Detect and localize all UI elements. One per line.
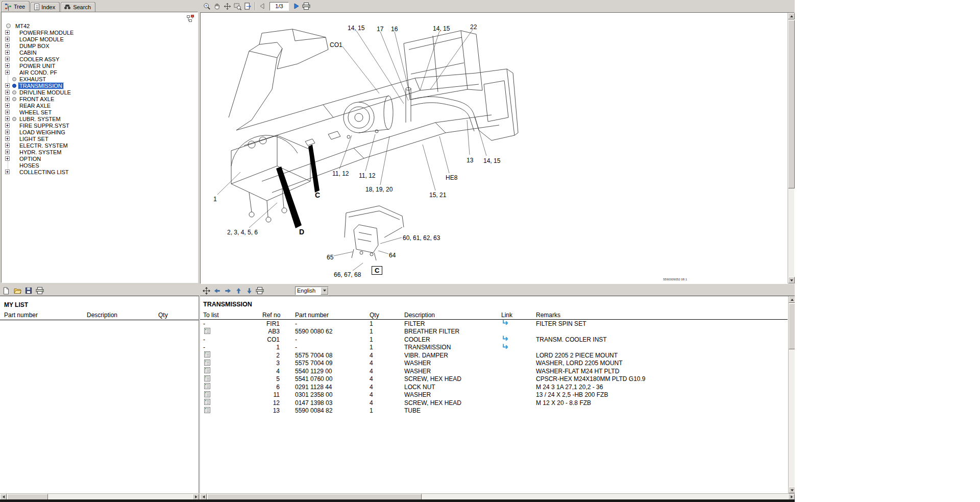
expand-icon[interactable]: +	[5, 90, 10, 94]
add-to-list-button[interactable]	[204, 351, 210, 357]
expand-icon[interactable]: +	[5, 103, 10, 108]
add-to-list-button[interactable]	[204, 383, 210, 389]
zoom-in-button[interactable]	[202, 1, 212, 11]
tree-item-power-unit[interactable]: +POWER UNIT	[2, 62, 198, 69]
fit-page-button[interactable]	[222, 1, 232, 11]
scroll-down-button[interactable]	[788, 277, 795, 283]
tree-item-collecting-list[interactable]: +COLLECTING LIST	[2, 169, 198, 175]
tree-item-air-cond-pf[interactable]: +AIR COND. PF	[2, 69, 198, 76]
tree-item-light-set[interactable]: +LIGHT SET	[2, 135, 198, 142]
expand-icon[interactable]: +	[5, 110, 10, 114]
tree-item-fire-suppr-syst[interactable]: +FIRE SUPPR.SYST	[2, 122, 198, 129]
scroll-down-button[interactable]	[789, 487, 795, 493]
add-to-list-button[interactable]	[204, 367, 210, 373]
parts-row-1[interactable]: -1-1TRANSMISSION	[200, 344, 795, 352]
language-select[interactable]: English	[295, 286, 329, 295]
tree-item-wheel-set[interactable]: +WHEEL SET	[2, 109, 198, 115]
collapse-tree-button[interactable]	[186, 14, 195, 23]
parts-row-13[interactable]: 135590 0084 821TUBE	[200, 407, 795, 415]
add-to-list-button[interactable]	[204, 375, 210, 381]
parts-row-co1[interactable]: -CO1-1COOLERTRANSM. COOLER INST	[200, 336, 795, 344]
link-arrow-icon[interactable]	[502, 344, 508, 350]
expand-icon[interactable]: +	[5, 37, 10, 41]
add-to-list-button[interactable]	[204, 407, 210, 413]
nav-down-button[interactable]	[244, 285, 254, 296]
expand-icon[interactable]: +	[5, 150, 10, 154]
parts-row-12[interactable]: 120147 1398 034SCREW, HEX HEADM 12 X 20 …	[200, 399, 795, 407]
tree-item-option[interactable]: +OPTION	[2, 155, 198, 162]
parts-row-11[interactable]: 110301 2358 004WASHER13 / 24 X 2,5 -HB 2…	[200, 391, 795, 399]
tree-item-hydr-system[interactable]: +HYDR. SYSTEM	[2, 149, 198, 155]
my-list-horizontal-scrollbar[interactable]	[0, 493, 199, 499]
expand-icon[interactable]: +	[5, 97, 10, 101]
expand-icon[interactable]: +	[5, 123, 10, 128]
parts-row-fir1[interactable]: -FIR1-1FILTERFILTER SPIN SET	[200, 320, 795, 328]
print-diagram-button[interactable]	[301, 1, 311, 11]
page-export-button[interactable]	[242, 1, 253, 11]
add-to-list-button[interactable]	[204, 360, 210, 366]
tree-item-powerfr-module[interactable]: +POWERFR.MODULE	[2, 29, 198, 36]
nav-left-button[interactable]	[212, 285, 222, 296]
tree-item-hoses[interactable]: HOSES	[2, 162, 198, 169]
parts-row-2[interactable]: 25575 7004 084VIBR. DAMPERLORD 2205 2 PI…	[200, 351, 795, 360]
expand-icon[interactable]: +	[5, 116, 10, 121]
scroll-up-button[interactable]	[788, 13, 795, 19]
tree-item-cooler-assy[interactable]: +COOLER ASSY	[2, 56, 198, 62]
tab-tree[interactable]: Tree	[2, 1, 30, 12]
tree-item-lubr-system[interactable]: +LUBR. SYSTEM	[2, 115, 198, 122]
expand-icon[interactable]: +	[5, 63, 10, 68]
expand-icon[interactable]: +	[5, 83, 10, 88]
dropdown-arrow-icon[interactable]	[321, 287, 328, 295]
tab-index[interactable]: Index	[31, 2, 60, 12]
expand-icon[interactable]: +	[5, 50, 10, 55]
parts-row-6[interactable]: 60291 1128 444LOCK NUTM 24 3 1A 27,1 20,…	[200, 383, 795, 391]
add-to-list-button[interactable]	[204, 391, 210, 397]
save-list-button[interactable]	[23, 285, 34, 296]
expand-icon[interactable]: +	[5, 170, 10, 174]
tab-search[interactable]: Search	[61, 2, 95, 12]
parts-row-3[interactable]: 35575 7004 094WASHERWASHER, LORD 2205 MO…	[200, 360, 795, 368]
expand-icon[interactable]: +	[5, 136, 10, 141]
expand-icon[interactable]: +	[5, 57, 10, 61]
add-to-list-button[interactable]	[204, 328, 210, 334]
diagram-viewport[interactable]: 14, 151716CO114, 152211, 1211, 1218, 19,…	[200, 12, 795, 284]
tree-item-load-weighing[interactable]: +LOAD WEIGHING	[2, 129, 198, 135]
parts-vertical-scrollbar[interactable]	[788, 296, 795, 493]
parts-row-ab3[interactable]: AB35590 0080 621BREATHER FILTER	[200, 328, 795, 336]
pan-button[interactable]	[212, 1, 222, 11]
diagram-vertical-scrollbar[interactable]	[788, 13, 794, 283]
open-list-button[interactable]	[12, 285, 22, 296]
nav-up-button[interactable]	[233, 285, 243, 296]
expand-icon[interactable]: +	[5, 143, 10, 148]
page-input[interactable]	[270, 2, 289, 11]
parts-row-5[interactable]: 55541 0760 004SCREW, HEX HEADCPSCR-HEX M…	[200, 375, 795, 384]
parts-horizontal-scrollbar[interactable]	[200, 493, 795, 499]
parts-row-4[interactable]: 45540 1129 004WASHERWASHER-FLAT M24 HT P…	[200, 367, 795, 375]
zoom-area-button[interactable]	[232, 1, 242, 11]
new-list-button[interactable]	[1, 285, 11, 296]
tree-item-dump-box[interactable]: +DUMP BOX	[2, 42, 198, 49]
tree-root-mt42[interactable]: MT42	[2, 22, 198, 29]
print-list-button[interactable]	[35, 285, 45, 296]
next-page-button[interactable]	[291, 1, 301, 11]
move-button[interactable]	[201, 285, 211, 296]
tree-item-rear-axle[interactable]: +REAR AXLE	[2, 102, 198, 109]
tree-item-transmission[interactable]: +TRANSMISSION	[2, 82, 198, 89]
tree-item-cabin[interactable]: +CABIN	[2, 49, 198, 56]
scrollbar-thumb[interactable]	[788, 20, 795, 188]
expand-icon[interactable]: +	[5, 70, 10, 75]
scroll-up-button[interactable]	[789, 296, 795, 303]
expand-icon[interactable]: +	[5, 156, 10, 161]
nav-right-button[interactable]	[223, 285, 233, 296]
tree-item-electr-system[interactable]: +ELECTR. SYSTEM	[2, 142, 198, 149]
prev-page-button[interactable]	[257, 1, 267, 11]
tree-item-front-axle[interactable]: +FRONT AXLE	[2, 95, 198, 102]
add-to-list-button[interactable]	[204, 399, 210, 405]
scrollbar-thumb[interactable]	[789, 303, 795, 349]
link-arrow-icon[interactable]	[502, 336, 508, 342]
expand-icon[interactable]: +	[5, 43, 10, 48]
expand-icon[interactable]: +	[5, 130, 10, 134]
tree-item-exhaust[interactable]: EXHAUST	[2, 76, 198, 82]
tree-item-loadf-module[interactable]: +LOADF MODULE	[2, 36, 198, 42]
tree-item-drivline-module[interactable]: +DRIVLINE MODULE	[2, 89, 198, 95]
